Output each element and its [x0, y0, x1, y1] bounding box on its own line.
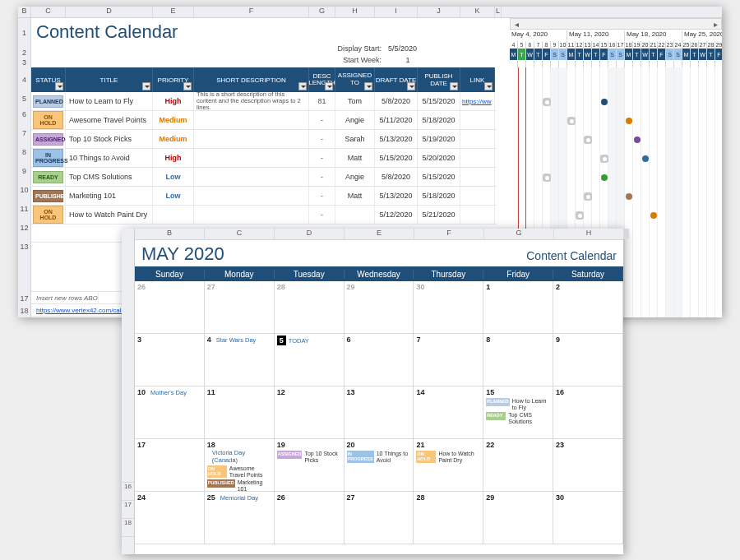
table-row[interactable]: ON HOLDAwesome Travel PointsMedium-Angie… [31, 111, 497, 130]
calendar-dayname-row: SundayMondayTuesdayWednesdayThursdayFrid… [135, 266, 623, 281]
status-badge: READY [33, 171, 63, 183]
dayname: Tuesday [275, 270, 345, 279]
calendar-cell[interactable]: 10Mother's Day [135, 386, 205, 439]
calendar-cell[interactable]: 26 [135, 281, 205, 334]
scroll-right-icon[interactable]: ▸ [710, 20, 721, 29]
cell-link[interactable]: https://ww [460, 92, 495, 110]
filter-icon[interactable] [142, 82, 150, 90]
calendar-cell[interactable]: 17 [135, 439, 205, 492]
calendar-cell[interactable]: 12 [275, 386, 345, 439]
table-row[interactable]: ASSIGNEDTop 10 Stock PicksMedium-Sarah5/… [31, 130, 497, 149]
cell-priority: Medium [153, 111, 194, 129]
cell-desc [194, 149, 309, 167]
table-row[interactable]: PLANNEDHow to Learn to FlyHighThis is a … [31, 92, 497, 111]
calendar-cell[interactable]: 19ASSIGNEDTop 10 Stock Picks [275, 439, 345, 492]
hdr-short-desc[interactable]: SHORT DESCRIPTION [194, 67, 309, 92]
filter-icon[interactable] [407, 82, 415, 90]
day-number: 29 [347, 283, 355, 291]
cell-draft: 5/12/2020 [375, 206, 418, 224]
calendar-cell[interactable]: 4Star Wars Day [205, 334, 275, 386]
calendar-cell[interactable]: 25Memorial Day [205, 492, 275, 544]
timeline-scroll[interactable]: ◂ ▸ [510, 18, 722, 30]
day-number: 8 [486, 336, 490, 344]
hdr-title[interactable]: TITLE [66, 67, 153, 92]
day-number: 19 [277, 441, 285, 449]
cell-assigned: Matt [335, 149, 375, 167]
table-row[interactable]: PUBLISHEDMarketing 101Low-Matt5/13/20205… [31, 187, 497, 206]
calendar-cell[interactable]: 29 [345, 281, 414, 334]
calendar-cell[interactable]: 23 [553, 439, 623, 492]
cell-link [460, 168, 495, 186]
calendar-month: MAY 2020 [141, 243, 224, 265]
calendar-cell[interactable]: 20IN PROGRESS10 Things to Avoid [345, 439, 414, 492]
calendar-cell[interactable]: 30 [553, 492, 623, 544]
calendar-cell[interactable]: 3 [135, 334, 205, 386]
calendar-cell[interactable]: 2 [553, 281, 623, 334]
gantt-row-headers: 123456789101112131718 [18, 18, 31, 317]
table-row[interactable]: IN PROGRESS10 Things to AvoidHigh-Matt5/… [31, 149, 497, 168]
cell-draft: 5/13/2020 [375, 187, 418, 205]
filter-icon[interactable] [298, 82, 307, 90]
calendar-event: ON HOLDHow to Watch Paint Dry [416, 451, 480, 463]
table-row[interactable]: READYTop CMS SolutionsLow-Angie5/8/20205… [31, 168, 497, 187]
calendar-cell[interactable]: 28 [275, 281, 345, 334]
table-row[interactable]: ON HOLDHow to Watch Paint Dry-5/12/20205… [31, 206, 497, 224]
hdr-publish[interactable]: PUBLISH DATE [418, 67, 460, 92]
filter-icon[interactable] [183, 82, 192, 90]
day-number: 21 [416, 441, 424, 449]
hdr-status[interactable]: STATUS [31, 67, 66, 92]
calendar-cell[interactable]: 7 [414, 334, 483, 386]
cell-publish: 5/21/2020 [418, 206, 460, 224]
calendar-cell[interactable]: 24 [135, 492, 205, 544]
event-status-tag: IN PROGRESS [347, 451, 374, 463]
hdr-desc-len[interactable]: DESC LENGTH [309, 67, 335, 92]
calendar-cell[interactable]: 26 [275, 492, 345, 544]
filter-icon[interactable] [364, 82, 372, 90]
event-title: How to Watch Paint Dry [438, 451, 480, 463]
calendar-cell[interactable]: 28 [414, 492, 483, 544]
cell-priority: Low [153, 187, 194, 205]
dayname: Sunday [135, 270, 205, 279]
calendar-cell[interactable]: 5TODAY [275, 334, 345, 386]
calendar-cell[interactable]: 11 [205, 386, 275, 439]
filter-icon[interactable] [450, 82, 458, 90]
holiday-label: Star Wars Day [216, 336, 256, 344]
cell-link [460, 130, 495, 148]
calendar-cell[interactable]: 14 [414, 386, 483, 439]
calendar-cell[interactable]: 22 [483, 439, 553, 492]
hdr-draft[interactable]: DRAFT DATE [375, 67, 418, 92]
cell-publish: 5/15/2020 [418, 92, 460, 110]
filter-icon[interactable] [55, 82, 63, 90]
filter-icon[interactable] [484, 82, 493, 90]
display-start-value[interactable]: 5/5/2020 [385, 44, 431, 53]
calendar-cell[interactable]: 27 [345, 492, 414, 544]
scroll-left-icon[interactable]: ◂ [511, 20, 522, 29]
event-status-tag: READY [486, 412, 506, 420]
calendar-event: READYTop CMS Solutions [486, 412, 550, 424]
calendar-cell[interactable]: 29 [483, 492, 553, 544]
day-number: 4 [207, 336, 211, 344]
gantt-column-headers: BCDEFGHIJKL [18, 7, 722, 18]
display-start-label: Display Start: [317, 44, 385, 53]
calendar-cell[interactable]: 1 [483, 281, 553, 334]
hdr-assigned[interactable]: ASSIGNED TO [335, 67, 375, 92]
calendar-cell[interactable]: 15PLANNEDHow to Learn to FlyREADYTop CMS… [483, 386, 553, 439]
calendar-cell[interactable]: 13 [345, 386, 414, 439]
calendar-event: ON HOLDAwesome Travel Points [207, 465, 271, 478]
filter-icon[interactable] [325, 82, 333, 90]
calendar-cell[interactable]: 18Victoria Day (Canada)ON HOLDAwesome Tr… [205, 439, 275, 492]
event-status-tag: ON HOLD [207, 465, 227, 478]
day-number: 28 [277, 283, 285, 291]
day-number: 12 [277, 388, 285, 396]
hdr-link[interactable]: LINK [460, 67, 495, 92]
calendar-cell[interactable]: 9 [553, 334, 623, 386]
day-number: 24 [137, 493, 146, 502]
calendar-cell[interactable]: 21ON HOLDHow to Watch Paint Dry [414, 439, 483, 492]
calendar-cell[interactable]: 8 [483, 334, 553, 386]
hdr-priority[interactable]: PRIORITY [153, 67, 194, 92]
calendar-cell[interactable]: 6 [345, 334, 414, 386]
calendar-cell[interactable]: 16 [553, 386, 623, 439]
start-week-value[interactable]: 1 [385, 56, 431, 64]
calendar-cell[interactable]: 27 [205, 281, 275, 334]
calendar-cell[interactable]: 30 [414, 281, 483, 334]
